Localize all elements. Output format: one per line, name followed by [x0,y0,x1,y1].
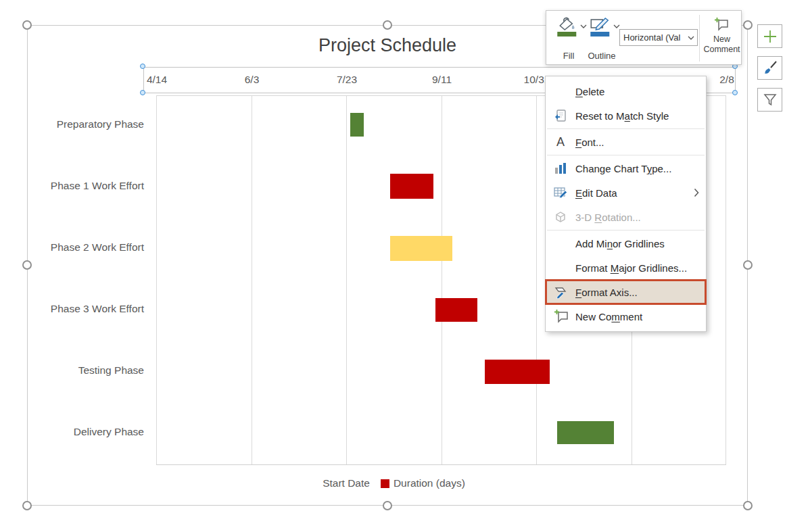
menu-item-format-major-gridlines[interactable]: Format Major Gridlines... [546,256,706,280]
category-label: Phase 1 Work Effort [28,179,144,193]
menu-item-change-chart-type[interactable]: Change Chart Type... [546,156,706,180]
menu-item-label: New Comment [575,311,642,322]
selection-handle[interactable] [743,260,753,270]
svg-text:A: A [556,135,565,149]
x-axis-tick-label: 4/14 [147,74,167,86]
selection-handle[interactable] [22,501,32,510]
legend-item[interactable]: Start Date [310,477,370,489]
menu-separator [547,128,705,129]
category-label: Phase 2 Work Effort [28,241,144,254]
category-label: Delivery Phase [28,425,144,439]
font-icon: A [554,135,575,149]
bar-phase-3-work-effort[interactable] [435,298,477,322]
legend[interactable]: Start DateDuration (days) [28,477,747,489]
chevron-right-icon [694,188,699,197]
format-axis-icon [554,285,575,299]
gridline [346,96,347,464]
bar-preparatory-phase[interactable] [350,113,364,137]
new-comment-button[interactable]: New Comment [703,14,741,63]
bar-phase-2-work-effort[interactable] [390,236,452,261]
new-comment-button-label: New Comment [703,34,741,55]
x-axis-tick-label: 7/23 [337,74,357,86]
menu-separator [547,230,705,231]
chart-element-dropdown-value: Horizontal (Val [620,32,688,43]
reset-style-icon [554,109,575,122]
menu-item-label: Change Chart Type... [575,163,671,174]
fill-icon [555,16,578,37]
filter-icon [762,92,778,108]
mini-toolbar: Fill Outline Horizontal (Val New Comment [546,10,742,65]
menu-item-reset-to-match-style[interactable]: Reset to Match Style [546,103,706,128]
selection-handle[interactable] [383,20,392,30]
bar-phase-1-work-effort[interactable] [390,174,433,199]
bar-delivery-phase[interactable] [557,421,614,444]
legend-label: Duration (days) [394,477,465,489]
gridline [442,96,442,464]
x-axis-tick-label: 2/8 [719,74,734,86]
chart-element-dropdown[interactable]: Horizontal (Val [619,29,698,46]
chart-styles-button[interactable] [757,56,782,80]
legend-swatch [310,479,318,488]
menu-item-label: Format Major Gridlines... [575,262,687,274]
menu-item-label: Add Minor Gridlines [575,238,665,249]
legend-label: Start Date [323,477,370,489]
new-comment-icon [554,309,575,324]
fill-button-label: Fill [552,51,586,61]
axis-selection-handle[interactable] [732,90,738,95]
selection-handle[interactable] [743,20,753,30]
bar-testing-phase[interactable] [485,360,550,384]
chart-type-icon [554,162,575,175]
plus-icon [762,28,778,45]
gridline [725,96,726,464]
menu-item-label: Font... [575,137,604,148]
menu-item-label: 3-D Rotation... [575,212,641,223]
legend-item[interactable]: Duration (days) [381,477,465,489]
menu-separator [547,155,705,155]
menu-item-label: Edit Data [575,187,617,199]
selection-handle[interactable] [22,20,32,30]
chevron-down-icon [688,36,697,40]
category-label: Preparatory Phase [28,118,144,131]
menu-item-new-comment[interactable]: New Comment [546,304,706,329]
menu-item-label: Format Axis... [575,287,638,298]
legend-swatch [381,479,389,488]
category-label: Phase 3 Work Effort [28,302,144,316]
menu-item-edit-data[interactable]: Edit Data [546,180,706,205]
selection-handle[interactable] [743,501,753,510]
menu-item-font[interactable]: AFont... [546,130,706,154]
outline-button[interactable]: Outline [585,15,619,62]
cube-icon [554,210,575,224]
gridline [536,96,537,464]
menu-item-label: Reset to Match Style [575,110,669,122]
menu-item-format-axis[interactable]: Format Axis... [546,280,706,304]
excel-canvas: Project Schedule 4/146/37/239/1110/3112/… [0,0,785,532]
brush-icon [762,60,778,76]
axis-selection-handle[interactable] [140,90,145,95]
menu-item-label: Delete [575,86,604,97]
chart-filters-button[interactable] [757,88,782,112]
new-comment-icon [714,17,730,32]
edit-data-icon [554,186,575,199]
menu-item-add-minor-gridlines[interactable]: Add Minor Gridlines [546,231,706,256]
menu-item-3d-rotation: 3-D Rotation... [546,205,706,229]
chart-elements-button[interactable] [757,24,782,48]
x-axis-tick-label: 9/11 [432,74,452,86]
toolbar-divider [699,15,700,62]
chevron-down-icon [613,24,620,28]
selection-handle[interactable] [22,260,32,270]
x-axis-tick-label: 6/3 [245,74,260,86]
outline-button-label: Outline [585,51,619,61]
category-label: Testing Phase [28,364,144,377]
menu-item-delete[interactable]: Delete [546,79,706,103]
context-menu: DeleteReset to Match StyleAFont...Change… [545,76,707,332]
axis-selection-handle[interactable] [140,64,145,69]
vertical-category-axis[interactable]: Preparatory PhasePhase 1 Work EffortPhas… [28,95,144,464]
fill-button[interactable]: Fill [552,15,586,62]
outline-icon [588,16,611,37]
gridline [252,96,252,464]
selection-handle[interactable] [383,501,392,510]
gridline [156,96,157,464]
